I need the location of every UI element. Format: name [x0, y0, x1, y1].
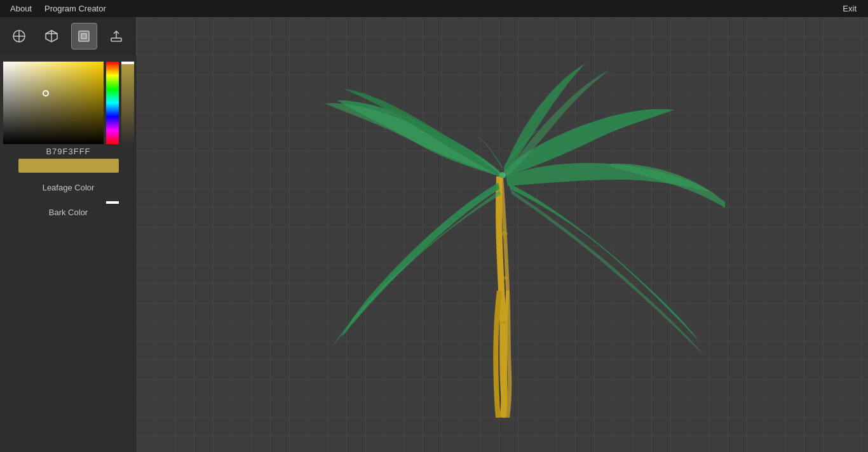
3d-object-tool-button[interactable]: [39, 23, 65, 50]
export-tool-button[interactable]: [104, 23, 130, 50]
exit-button[interactable]: Exit: [837, 1, 862, 16]
menu-left: About Program Creator: [6, 1, 110, 16]
toolbar: [0, 17, 137, 55]
hue-cursor: [106, 201, 119, 204]
bark-color-label[interactable]: Bark Color: [8, 203, 129, 222]
color-swatch[interactable]: [18, 159, 119, 173]
left-panel: B79F3FFF Leafage Color Bark Color: [0, 55, 137, 452]
program-creator-menu[interactable]: Program Creator: [41, 1, 110, 16]
viewport[interactable]: [137, 17, 868, 452]
hue-slider[interactable]: [106, 62, 119, 144]
opacity-cursor: [121, 62, 134, 64]
svg-point-11: [498, 232, 508, 236]
leafage-color-label[interactable]: Leafage Color: [8, 178, 129, 197]
svg-point-10: [499, 172, 506, 178]
svg-rect-8: [111, 38, 121, 41]
palm-tree-render: [280, 50, 725, 420]
svg-rect-7: [81, 34, 86, 39]
hex-value-display: B79F3FFF: [18, 144, 119, 159]
svg-point-13: [499, 321, 507, 324]
about-menu[interactable]: About: [6, 1, 36, 16]
material-tool-button[interactable]: [71, 23, 97, 50]
picker-row: [3, 62, 134, 144]
color-gradient-square[interactable]: [3, 62, 104, 144]
gradient-dark: [3, 62, 104, 144]
color-picker: B79F3FFF: [8, 62, 129, 173]
menu-bar: About Program Creator Exit: [0, 0, 868, 17]
svg-point-12: [499, 276, 508, 280]
opacity-slider[interactable]: [121, 62, 134, 144]
pin-tool-button[interactable]: [6, 23, 32, 50]
